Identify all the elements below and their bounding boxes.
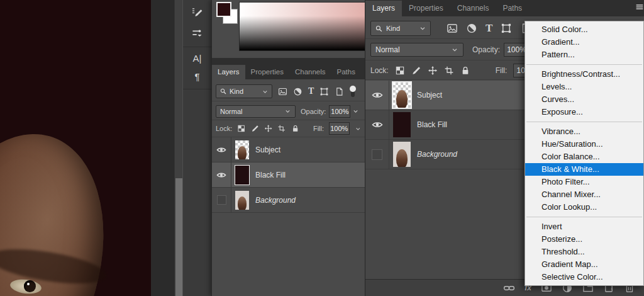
menu-item-posterize[interactable]: Posterize...	[525, 233, 643, 246]
lock-artboard-icon[interactable]	[277, 124, 286, 133]
floating-filter-row: Kind T	[212, 82, 365, 101]
color-panel	[212, 0, 365, 58]
menu-item-color-balance[interactable]: Color Balance...	[525, 151, 643, 163]
menu-item-color-lookup[interactable]: Color Lookup...	[525, 201, 643, 213]
panel-menu-icon[interactable]	[635, 3, 644, 13]
menu-item-exposure[interactable]: Exposure...	[525, 106, 643, 118]
tab-properties[interactable]: Properties	[402, 1, 450, 16]
chevron-down-icon	[419, 25, 426, 32]
opacity-value[interactable]: 100%	[329, 105, 350, 118]
pasteboard	[151, 0, 174, 296]
filter-pixel-layers-icon[interactable]	[447, 23, 458, 34]
visibility-eye-icon[interactable]	[216, 170, 226, 180]
lock-position-icon[interactable]	[264, 124, 272, 133]
layer-row-subject[interactable]: Subject	[212, 137, 365, 162]
color-field-gradient[interactable]	[239, 2, 365, 51]
brush-settings-icon[interactable]	[191, 6, 203, 18]
link-layers-icon[interactable]	[503, 282, 515, 294]
layer-thumbnail[interactable]	[393, 112, 411, 137]
blend-mode-dropdown[interactable]: Normal	[216, 105, 296, 118]
menu-item-vibrance[interactable]: Vibrance...	[525, 125, 643, 138]
thumbnail-face	[396, 149, 408, 167]
menu-item-black-and-white[interactable]: Black & White...	[525, 163, 643, 176]
layer-name: Background	[417, 150, 457, 159]
tab-channels[interactable]: Channels	[450, 1, 496, 16]
character-panel-icon[interactable]: A|	[193, 54, 202, 63]
visibility-eye-icon[interactable]	[216, 145, 226, 155]
tab-properties[interactable]: Properties	[245, 65, 289, 79]
menu-item-brightness-contrast[interactable]: Brightness/Contrast...	[525, 68, 643, 81]
layer-thumbnail[interactable]	[235, 191, 249, 210]
tab-channels[interactable]: Channels	[289, 65, 331, 79]
menu-item-photo-filter[interactable]: Photo Filter...	[525, 176, 643, 188]
menu-item-curves[interactable]: Curves...	[525, 93, 643, 106]
lock-paint-icon[interactable]	[411, 65, 421, 76]
scrollbar-thumb[interactable]	[175, 178, 182, 296]
fill-chevron-icon[interactable]	[355, 125, 361, 132]
adjustment-layer-menu: Solid Color... Gradient... Pattern... Br…	[525, 21, 644, 286]
layer-thumbnail[interactable]	[235, 166, 249, 185]
menu-item-threshold[interactable]: Threshold...	[525, 246, 643, 258]
kind-filter-dropdown[interactable]: Kind	[216, 84, 272, 98]
tab-paths[interactable]: Paths	[331, 65, 361, 79]
menu-item-invert[interactable]: Invert	[525, 220, 643, 233]
menu-item-pattern[interactable]: Pattern...	[525, 48, 643, 61]
lock-artboard-icon[interactable]	[444, 65, 454, 76]
photoshop-workspace: A| ¶ Layers Properties Channels Paths Ki…	[0, 0, 644, 296]
panel-icon-dock: A| ¶	[182, 0, 211, 296]
opacity-label: Opacity:	[301, 108, 326, 115]
visibility-empty-well[interactable]	[217, 195, 226, 205]
filter-adjustment-layers-icon[interactable]	[293, 87, 303, 96]
layer-thumbnail[interactable]	[235, 140, 249, 159]
tab-layers[interactable]: Layers	[212, 65, 245, 79]
tab-paths[interactable]: Paths	[496, 1, 529, 16]
filter-smart-objects-icon[interactable]	[335, 87, 344, 96]
floating-panel-tabbar: Layers Properties Channels Paths	[212, 58, 365, 79]
layer-thumbnail[interactable]	[393, 83, 411, 108]
lock-paint-icon[interactable]	[251, 124, 259, 133]
menu-item-hue-saturation[interactable]: Hue/Saturation...	[525, 138, 643, 151]
lock-all-icon[interactable]	[291, 124, 299, 133]
layer-filter-toggle[interactable]	[350, 86, 356, 97]
filter-type-layers-icon[interactable]: T	[486, 22, 492, 35]
layer-row-black-fill[interactable]: Black Fill	[212, 162, 365, 188]
lock-transparency-icon[interactable]	[237, 124, 245, 133]
floating-blend-row: Normal Opacity: 100%	[212, 103, 365, 120]
fill-value[interactable]: 100%	[329, 122, 349, 135]
visibility-eye-icon[interactable]	[372, 119, 383, 130]
portrait-pupil	[24, 280, 36, 292]
menu-item-gradient[interactable]: Gradient...	[525, 36, 643, 48]
paragraph-panel-icon[interactable]: ¶	[194, 72, 199, 81]
visibility-eye-icon[interactable]	[372, 89, 383, 101]
foreground-color-swatch[interactable]	[216, 2, 231, 17]
menu-item-channel-mixer[interactable]: Channel Mixer...	[525, 188, 643, 201]
blend-mode-value: Normal	[220, 108, 242, 115]
floating-lock-row: Lock: Fill: 100%	[212, 120, 365, 137]
opacity-label: Opacity:	[472, 45, 500, 54]
toggle-stem	[351, 92, 355, 97]
document-canvas[interactable]	[0, 0, 151, 296]
layer-row-background[interactable]: Background	[212, 188, 365, 213]
visibility-empty-well[interactable]	[372, 149, 382, 160]
lock-all-icon[interactable]	[460, 65, 470, 76]
filter-adjustment-layers-icon[interactable]	[466, 23, 477, 34]
menu-item-gradient-map[interactable]: Gradient Map...	[525, 258, 643, 271]
filter-type-layers-icon[interactable]: T	[308, 86, 314, 96]
lock-position-icon[interactable]	[428, 65, 438, 76]
menu-item-levels[interactable]: Levels...	[525, 81, 643, 93]
opacity-chevron-icon[interactable]	[352, 108, 359, 115]
thumbnail-face	[238, 146, 247, 159]
kind-filter-label: Kind	[230, 88, 243, 95]
tab-layers[interactable]: Layers	[365, 1, 402, 16]
blend-mode-dropdown[interactable]: Normal	[370, 43, 464, 57]
layer-thumbnail[interactable]	[393, 142, 411, 167]
vertical-scrollbar[interactable]	[174, 0, 183, 296]
kind-filter-dropdown[interactable]: Kind	[370, 21, 431, 36]
filter-shape-layers-icon[interactable]	[319, 87, 329, 96]
brushes-icon[interactable]	[191, 27, 203, 39]
menu-item-solid-color[interactable]: Solid Color...	[525, 23, 643, 36]
filter-pixel-layers-icon[interactable]	[278, 87, 287, 96]
menu-item-selective-color[interactable]: Selective Color...	[525, 271, 643, 283]
filter-shape-layers-icon[interactable]	[501, 23, 512, 34]
lock-transparency-icon[interactable]	[395, 65, 405, 76]
